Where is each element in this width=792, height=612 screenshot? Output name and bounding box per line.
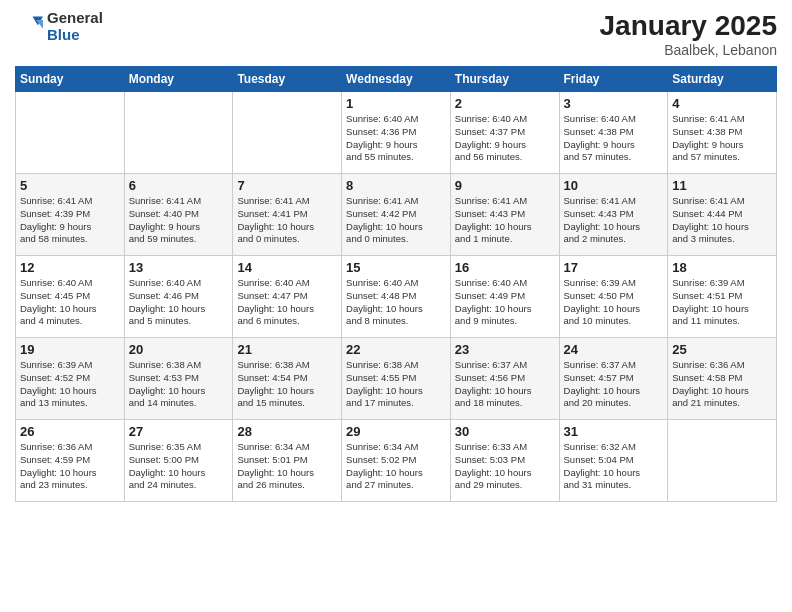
day-number: 7 xyxy=(237,178,337,193)
day-header-friday: Friday xyxy=(559,67,668,92)
logo-blue: Blue xyxy=(47,27,103,44)
calendar-cell: 16Sunrise: 6:40 AM Sunset: 4:49 PM Dayli… xyxy=(450,256,559,338)
calendar-cell: 30Sunrise: 6:33 AM Sunset: 5:03 PM Dayli… xyxy=(450,420,559,502)
calendar-cell xyxy=(668,420,777,502)
calendar-cell xyxy=(124,92,233,174)
title-block: January 2025 Baalbek, Lebanon xyxy=(600,10,777,58)
calendar-week-row: 12Sunrise: 6:40 AM Sunset: 4:45 PM Dayli… xyxy=(16,256,777,338)
calendar-cell: 22Sunrise: 6:38 AM Sunset: 4:55 PM Dayli… xyxy=(342,338,451,420)
day-number: 24 xyxy=(564,342,664,357)
day-number: 15 xyxy=(346,260,446,275)
day-info: Sunrise: 6:36 AM Sunset: 4:58 PM Dayligh… xyxy=(672,359,772,410)
calendar-cell: 1Sunrise: 6:40 AM Sunset: 4:36 PM Daylig… xyxy=(342,92,451,174)
day-info: Sunrise: 6:41 AM Sunset: 4:44 PM Dayligh… xyxy=(672,195,772,246)
day-number: 27 xyxy=(129,424,229,439)
day-info: Sunrise: 6:34 AM Sunset: 5:02 PM Dayligh… xyxy=(346,441,446,492)
day-info: Sunrise: 6:40 AM Sunset: 4:36 PM Dayligh… xyxy=(346,113,446,164)
calendar-cell: 5Sunrise: 6:41 AM Sunset: 4:39 PM Daylig… xyxy=(16,174,125,256)
day-info: Sunrise: 6:41 AM Sunset: 4:41 PM Dayligh… xyxy=(237,195,337,246)
calendar-week-row: 1Sunrise: 6:40 AM Sunset: 4:36 PM Daylig… xyxy=(16,92,777,174)
calendar-cell: 26Sunrise: 6:36 AM Sunset: 4:59 PM Dayli… xyxy=(16,420,125,502)
calendar-cell: 19Sunrise: 6:39 AM Sunset: 4:52 PM Dayli… xyxy=(16,338,125,420)
day-number: 28 xyxy=(237,424,337,439)
calendar-cell: 4Sunrise: 6:41 AM Sunset: 4:38 PM Daylig… xyxy=(668,92,777,174)
calendar-cell: 10Sunrise: 6:41 AM Sunset: 4:43 PM Dayli… xyxy=(559,174,668,256)
day-number: 11 xyxy=(672,178,772,193)
calendar-cell xyxy=(16,92,125,174)
day-info: Sunrise: 6:39 AM Sunset: 4:52 PM Dayligh… xyxy=(20,359,120,410)
day-number: 20 xyxy=(129,342,229,357)
day-number: 19 xyxy=(20,342,120,357)
day-number: 26 xyxy=(20,424,120,439)
day-info: Sunrise: 6:33 AM Sunset: 5:03 PM Dayligh… xyxy=(455,441,555,492)
calendar-cell: 15Sunrise: 6:40 AM Sunset: 4:48 PM Dayli… xyxy=(342,256,451,338)
calendar-header-row: SundayMondayTuesdayWednesdayThursdayFrid… xyxy=(16,67,777,92)
calendar-table: SundayMondayTuesdayWednesdayThursdayFrid… xyxy=(15,66,777,502)
day-info: Sunrise: 6:39 AM Sunset: 4:51 PM Dayligh… xyxy=(672,277,772,328)
month-year: January 2025 xyxy=(600,10,777,42)
day-number: 8 xyxy=(346,178,446,193)
day-number: 30 xyxy=(455,424,555,439)
calendar-cell: 7Sunrise: 6:41 AM Sunset: 4:41 PM Daylig… xyxy=(233,174,342,256)
calendar-cell: 18Sunrise: 6:39 AM Sunset: 4:51 PM Dayli… xyxy=(668,256,777,338)
day-number: 29 xyxy=(346,424,446,439)
day-info: Sunrise: 6:41 AM Sunset: 4:39 PM Dayligh… xyxy=(20,195,120,246)
calendar-cell: 25Sunrise: 6:36 AM Sunset: 4:58 PM Dayli… xyxy=(668,338,777,420)
day-info: Sunrise: 6:41 AM Sunset: 4:38 PM Dayligh… xyxy=(672,113,772,164)
day-number: 21 xyxy=(237,342,337,357)
calendar-cell: 14Sunrise: 6:40 AM Sunset: 4:47 PM Dayli… xyxy=(233,256,342,338)
day-number: 23 xyxy=(455,342,555,357)
day-number: 3 xyxy=(564,96,664,111)
day-number: 9 xyxy=(455,178,555,193)
day-number: 22 xyxy=(346,342,446,357)
calendar-cell: 12Sunrise: 6:40 AM Sunset: 4:45 PM Dayli… xyxy=(16,256,125,338)
calendar-week-row: 19Sunrise: 6:39 AM Sunset: 4:52 PM Dayli… xyxy=(16,338,777,420)
header: General Blue January 2025 Baalbek, Leban… xyxy=(15,10,777,58)
day-number: 18 xyxy=(672,260,772,275)
day-info: Sunrise: 6:40 AM Sunset: 4:45 PM Dayligh… xyxy=(20,277,120,328)
day-header-saturday: Saturday xyxy=(668,67,777,92)
day-number: 25 xyxy=(672,342,772,357)
day-info: Sunrise: 6:38 AM Sunset: 4:53 PM Dayligh… xyxy=(129,359,229,410)
day-header-thursday: Thursday xyxy=(450,67,559,92)
day-info: Sunrise: 6:40 AM Sunset: 4:37 PM Dayligh… xyxy=(455,113,555,164)
logo: General Blue xyxy=(15,10,103,43)
day-info: Sunrise: 6:39 AM Sunset: 4:50 PM Dayligh… xyxy=(564,277,664,328)
day-header-tuesday: Tuesday xyxy=(233,67,342,92)
day-info: Sunrise: 6:40 AM Sunset: 4:48 PM Dayligh… xyxy=(346,277,446,328)
logo-general: General xyxy=(47,10,103,27)
day-number: 4 xyxy=(672,96,772,111)
day-info: Sunrise: 6:35 AM Sunset: 5:00 PM Dayligh… xyxy=(129,441,229,492)
calendar-cell: 2Sunrise: 6:40 AM Sunset: 4:37 PM Daylig… xyxy=(450,92,559,174)
day-info: Sunrise: 6:41 AM Sunset: 4:40 PM Dayligh… xyxy=(129,195,229,246)
day-header-sunday: Sunday xyxy=(16,67,125,92)
day-number: 10 xyxy=(564,178,664,193)
day-number: 6 xyxy=(129,178,229,193)
calendar-cell: 9Sunrise: 6:41 AM Sunset: 4:43 PM Daylig… xyxy=(450,174,559,256)
day-number: 5 xyxy=(20,178,120,193)
day-info: Sunrise: 6:37 AM Sunset: 4:56 PM Dayligh… xyxy=(455,359,555,410)
day-number: 12 xyxy=(20,260,120,275)
day-info: Sunrise: 6:38 AM Sunset: 4:54 PM Dayligh… xyxy=(237,359,337,410)
calendar-cell: 23Sunrise: 6:37 AM Sunset: 4:56 PM Dayli… xyxy=(450,338,559,420)
day-info: Sunrise: 6:41 AM Sunset: 4:43 PM Dayligh… xyxy=(455,195,555,246)
day-number: 14 xyxy=(237,260,337,275)
day-info: Sunrise: 6:34 AM Sunset: 5:01 PM Dayligh… xyxy=(237,441,337,492)
calendar-cell: 29Sunrise: 6:34 AM Sunset: 5:02 PM Dayli… xyxy=(342,420,451,502)
page: General Blue January 2025 Baalbek, Leban… xyxy=(0,0,792,612)
calendar-cell: 20Sunrise: 6:38 AM Sunset: 4:53 PM Dayli… xyxy=(124,338,233,420)
day-info: Sunrise: 6:36 AM Sunset: 4:59 PM Dayligh… xyxy=(20,441,120,492)
logo-text: General Blue xyxy=(47,10,103,43)
day-info: Sunrise: 6:40 AM Sunset: 4:49 PM Dayligh… xyxy=(455,277,555,328)
day-number: 16 xyxy=(455,260,555,275)
day-number: 17 xyxy=(564,260,664,275)
calendar-cell: 28Sunrise: 6:34 AM Sunset: 5:01 PM Dayli… xyxy=(233,420,342,502)
day-number: 1 xyxy=(346,96,446,111)
calendar-cell: 31Sunrise: 6:32 AM Sunset: 5:04 PM Dayli… xyxy=(559,420,668,502)
calendar-cell: 21Sunrise: 6:38 AM Sunset: 4:54 PM Dayli… xyxy=(233,338,342,420)
day-header-monday: Monday xyxy=(124,67,233,92)
day-number: 31 xyxy=(564,424,664,439)
day-info: Sunrise: 6:40 AM Sunset: 4:47 PM Dayligh… xyxy=(237,277,337,328)
day-number: 2 xyxy=(455,96,555,111)
calendar-week-row: 26Sunrise: 6:36 AM Sunset: 4:59 PM Dayli… xyxy=(16,420,777,502)
